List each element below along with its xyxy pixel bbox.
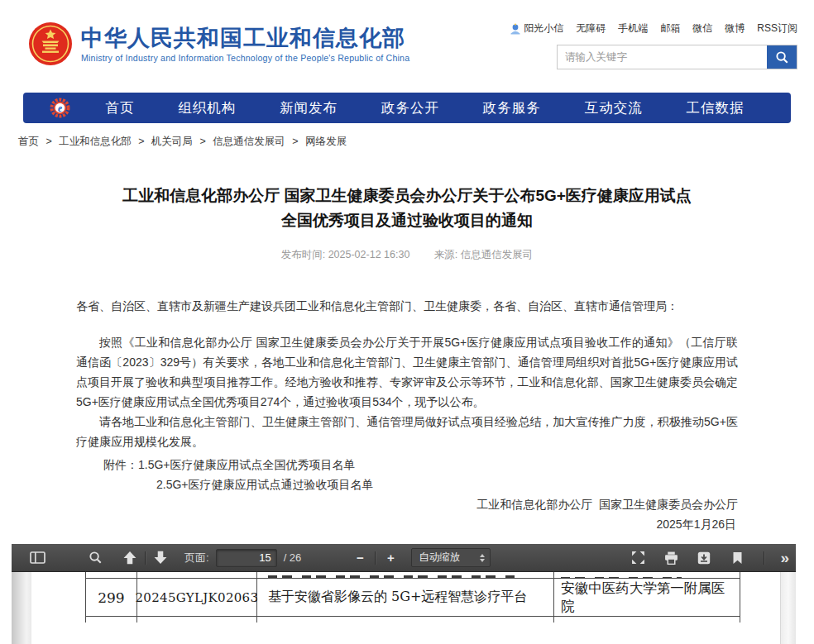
cell-row-number: 299	[86, 579, 137, 616]
site-title-block: 中华人民共和国工业和信息化部 Ministry of Industry and …	[81, 26, 409, 63]
main-nav: e 首页 组织机构 新闻发布 政务公开 政务服务 互动交流 工信数据	[23, 93, 791, 123]
nav-item-gov-services[interactable]: 政务服务	[483, 99, 541, 117]
quick-link-weibo[interactable]: 微博	[725, 21, 745, 36]
clipped-table-row	[85, 572, 740, 579]
zoom-in-button[interactable]: +	[380, 551, 401, 565]
search-icon	[775, 50, 789, 64]
download-icon	[697, 551, 711, 565]
arrow-down-icon	[153, 551, 168, 565]
clipped-table-row	[85, 617, 740, 623]
pdf-table-fragment: 299 20245GYLJK02063 基于安徽省影像云的 5G+远程智慧诊疗平…	[85, 572, 740, 623]
signature-date: 2025年1月26日	[76, 514, 738, 534]
find-button[interactable]	[84, 547, 106, 569]
download-button[interactable]	[693, 547, 715, 569]
printer-icon	[664, 551, 678, 565]
toolbar-divider	[145, 551, 146, 565]
pdf-viewer: 页面: / 26 − + 自动缩放	[12, 544, 796, 644]
quick-link-mobile[interactable]: 手机端	[618, 21, 648, 36]
page-count: / 26	[284, 551, 302, 564]
article: 工业和信息化部办公厅 国家卫生健康委员会办公厅关于公布5G+医疗健康应用试点 全…	[76, 184, 738, 534]
toolbar-divider	[375, 551, 376, 565]
table-row: 299 20245GYLJK02063 基于安徽省影像云的 5G+远程智慧诊疗平…	[85, 579, 740, 617]
zoom-mode-value: 自动缩放	[419, 551, 460, 565]
sidebar-toggle-icon	[30, 551, 45, 564]
breadcrumb-network-dev[interactable]: 网络发展	[305, 136, 347, 147]
breadcrumb-separator: >	[138, 136, 144, 147]
signature: 工业和信息化部办公厅 国家卫生健康委员会办公厅	[76, 494, 738, 514]
cell-organization: 安徽中医药大学第一附属医院	[554, 579, 740, 616]
site-header: 中华人民共和国工业和信息化部 Ministry of Industry and …	[0, 0, 814, 83]
pdf-scrollbar[interactable]	[780, 572, 796, 644]
next-page-button[interactable]	[150, 547, 171, 569]
cell-project-name: 基于安徽省影像云的 5G+远程智慧诊疗平台	[257, 579, 554, 616]
article-meta: 发布时间: 2025-02-12 16:30 来源: 信息通信发展司	[76, 248, 738, 262]
nav-item-news[interactable]: 新闻发布	[280, 99, 338, 117]
breadcrumb: 首页 > 工业和信息化部 > 机关司局 > 信息通信发展司 > 网络发展	[18, 135, 814, 149]
page-title: 工业和信息化部办公厅 国家卫生健康委员会办公厅关于公布5G+医疗健康应用试点 全…	[76, 184, 738, 233]
nav-item-gov-disclosure[interactable]: 政务公开	[381, 99, 439, 117]
toolbar-divider	[764, 551, 764, 565]
breadcrumb-departments[interactable]: 机关司局	[151, 136, 193, 147]
presentation-mode-button[interactable]	[627, 547, 649, 569]
site-logo[interactable]: 中华人民共和国工业和信息化部 Ministry of Industry and …	[28, 21, 409, 66]
breadcrumb-separator: >	[45, 136, 51, 147]
mascot-icon	[510, 23, 521, 35]
nav-item-home[interactable]: 首页	[105, 99, 134, 117]
pdf-content: 299 20245GYLJK02063 基于安徽省影像云的 5G+远程智慧诊疗平…	[12, 572, 796, 644]
magnifier-icon	[89, 551, 103, 565]
quick-link-mascot[interactable]: 阳光小信	[510, 21, 563, 36]
pdf-left-gutter	[12, 572, 31, 644]
attachments-label: 附件：	[103, 458, 138, 471]
breadcrumb-home[interactable]: 首页	[18, 136, 39, 147]
previous-page-button[interactable]	[119, 547, 141, 569]
national-emblem-icon	[28, 21, 73, 66]
attachment-1[interactable]: 1.5G+医疗健康应用试点全国优秀项目名单	[138, 458, 356, 471]
site-title: 中华人民共和国工业和信息化部	[81, 26, 409, 50]
nav-item-data[interactable]: 工信数据	[686, 99, 744, 117]
breadcrumb-ict-dev[interactable]: 信息通信发展司	[213, 136, 285, 147]
search-button[interactable]	[767, 45, 797, 69]
bookmark-icon	[732, 551, 743, 565]
quick-link-wechat[interactable]: 微信	[692, 21, 712, 36]
title-line-2: 全国优秀项目及通过验收项目的通知	[76, 208, 738, 233]
select-spinner-icon	[480, 554, 485, 562]
paragraph-main: 按照《工业和信息化部办公厅 国家卫生健康委员会办公厅关于开展5G+医疗健康应用试…	[76, 332, 738, 412]
miit-gear-icon: e	[50, 98, 70, 118]
attachment-2[interactable]: 2.5G+医疗健康应用试点通过验收项目名单	[156, 475, 738, 494]
search-box	[557, 45, 797, 69]
nav-item-interaction[interactable]: 互动交流	[585, 99, 643, 117]
zoom-out-button[interactable]: −	[349, 551, 371, 565]
page-number-input[interactable]	[216, 549, 277, 567]
toolbar-right-group: »	[627, 547, 789, 569]
more-tools-button[interactable]: »	[780, 550, 789, 565]
attachment-line-1: 附件：1.5G+医疗健康应用试点全国优秀项目名单	[103, 455, 738, 475]
print-button[interactable]	[660, 547, 682, 569]
arrow-up-icon	[122, 551, 137, 565]
quick-link-rss[interactable]: RSS订阅	[757, 21, 797, 36]
quick-links: 阳光小信 无障碍 手机端 邮箱 微信 微博 RSS订阅	[510, 21, 797, 36]
page-label: 页面:	[184, 551, 209, 565]
site-subtitle: Ministry of Industry and Information Tec…	[81, 53, 409, 63]
publish-time: 发布时间: 2025-02-12 16:30	[281, 249, 410, 260]
nav-items: 首页 组织机构 新闻发布 政务公开 政务服务 互动交流 工信数据	[70, 99, 791, 117]
paragraph-salutation: 各省、自治区、直辖市及新疆生产建设兵团工业和信息化主管部门、卫生健康委，各省、自…	[76, 296, 738, 316]
breadcrumb-separator: >	[292, 136, 298, 147]
title-line-1: 工业和信息化部办公厅 国家卫生健康委员会办公厅关于公布5G+医疗健康应用试点	[76, 184, 738, 208]
breadcrumb-separator: >	[200, 136, 206, 147]
nav-item-organization[interactable]: 组织机构	[178, 99, 236, 117]
breadcrumb-miit[interactable]: 工业和信息化部	[59, 136, 132, 147]
fullscreen-icon	[631, 551, 645, 565]
attachments: 附件：1.5G+医疗健康应用试点全国优秀项目名单 2.5G+医疗健康应用试点通过…	[103, 455, 738, 494]
clipped-text-remnant	[268, 575, 520, 578]
zoom-mode-select[interactable]: 自动缩放	[411, 548, 491, 567]
bookmark-button[interactable]	[726, 547, 748, 569]
quick-link-mail[interactable]: 邮箱	[660, 21, 680, 36]
svg-text:e: e	[58, 103, 62, 113]
pdf-page: 299 20245GYLJK02063 基于安徽省影像云的 5G+远程智慧诊疗平…	[31, 572, 780, 644]
article-source: 来源: 信息通信发展司	[434, 249, 533, 260]
paragraph-request: 请各地工业和信息化主管部门、卫生健康主管部门、通信管理局做好试点项目经验总结，加…	[76, 412, 738, 451]
search-input[interactable]	[558, 45, 767, 69]
quick-link-accessibility[interactable]: 无障碍	[576, 21, 606, 36]
pdf-toolbar: 页面: / 26 − + 自动缩放	[12, 544, 796, 572]
sidebar-toggle-button[interactable]	[26, 547, 48, 569]
